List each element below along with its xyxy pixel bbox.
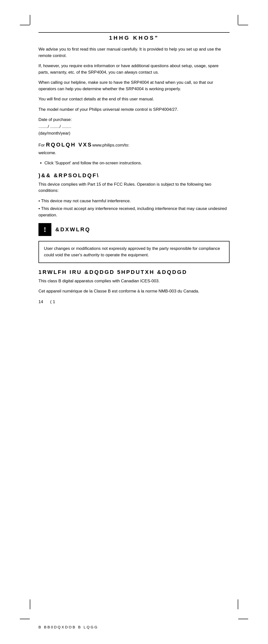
page-num-value: 14 bbox=[39, 300, 43, 304]
caution-icon-symbol: ! bbox=[44, 226, 46, 233]
bottom-footer: B BB0DQXDOB B LQGG bbox=[39, 625, 229, 629]
fcc-bullet1-dot: • bbox=[39, 198, 41, 203]
caution-icon-box: ! bbox=[39, 223, 51, 236]
corner-mark-top-left-vertical bbox=[30, 15, 30, 25]
caution-heading: &DXWLRQ bbox=[55, 226, 91, 233]
fcc-heading: )&& &RPSOLDQF\ bbox=[39, 172, 229, 179]
corner-mark-bottom-right-horizontal bbox=[238, 619, 248, 619]
page-label: ( 1 bbox=[50, 300, 55, 304]
caution-border-box: User changes or modifications not expres… bbox=[39, 241, 229, 263]
top-rule bbox=[39, 32, 229, 33]
corner-mark-top-right-horizontal bbox=[238, 25, 248, 25]
online-support-bullet-1: Click 'Support' and follow the on-screen… bbox=[45, 160, 229, 166]
content-area: 1HHG KHOS" We advise you to first read t… bbox=[39, 32, 229, 594]
paragraph-1: We advise you to first read this user ma… bbox=[39, 46, 229, 59]
notice-line1: This class B digital apparatus complies … bbox=[39, 278, 229, 284]
page: 1HHG KHOS" We advise you to first read t… bbox=[0, 0, 268, 644]
notice-line2: Cet appareil numérique de la Classe B es… bbox=[39, 288, 229, 294]
date-blank: ......../ ......../ ........ bbox=[39, 124, 229, 130]
corner-mark-bottom-left-vertical bbox=[30, 600, 30, 609]
online-support-for-label: For bbox=[39, 143, 45, 148]
fcc-bullet1-text: This device may not cause harmful interf… bbox=[41, 198, 131, 203]
online-support-welcome: welcome. bbox=[39, 150, 229, 156]
page-title: 1HHG KHOS" bbox=[39, 35, 229, 41]
online-support-bold: RQOLQH VXSwww.philips.com/to: bbox=[46, 142, 129, 148]
fcc-bullet2-dot: • bbox=[39, 206, 41, 211]
model-info-line1: The model number of your Philips univers… bbox=[39, 106, 229, 113]
online-support-bullets: Click 'Support' and follow the on-screen… bbox=[45, 160, 229, 166]
paragraph-2: If, however, you require extra informati… bbox=[39, 63, 229, 75]
page-number: 14 ( 1 bbox=[39, 300, 229, 304]
fcc-text1: This device complies with Part 15 of the… bbox=[39, 181, 229, 194]
fcc-bullet2-text: This device must accept any interference… bbox=[39, 206, 227, 218]
notice-heading: 1RWLFH IRU &DQDGD 5HPDUTXH &DQDGD bbox=[39, 269, 229, 276]
date-label: Date of purchase: bbox=[39, 116, 229, 123]
caution-header-row: ! &DXWLRQ bbox=[39, 223, 229, 236]
corner-mark-top-left-horizontal bbox=[20, 25, 30, 25]
paragraph-4: You will find our contact details at the… bbox=[39, 96, 229, 102]
date-format: (day/month/year) bbox=[39, 130, 229, 136]
online-support-line1: For RQOLQH VXSwww.philips.com/to: bbox=[39, 140, 229, 149]
fcc-bullet1: • This device may not cause harmful inte… bbox=[39, 198, 229, 204]
bottom-footer-text: B BB0DQXDOB B LQGG bbox=[39, 625, 98, 629]
corner-mark-bottom-right-vertical bbox=[238, 600, 238, 609]
paragraph-3: When calling our helpline, make sure to … bbox=[39, 79, 229, 92]
caution-text: User changes or modifications not expres… bbox=[44, 246, 224, 258]
corner-mark-top-right-vertical bbox=[238, 15, 238, 25]
corner-mark-bottom-left-horizontal bbox=[20, 619, 30, 619]
fcc-bullet2: • This device must accept any interferen… bbox=[39, 206, 229, 218]
